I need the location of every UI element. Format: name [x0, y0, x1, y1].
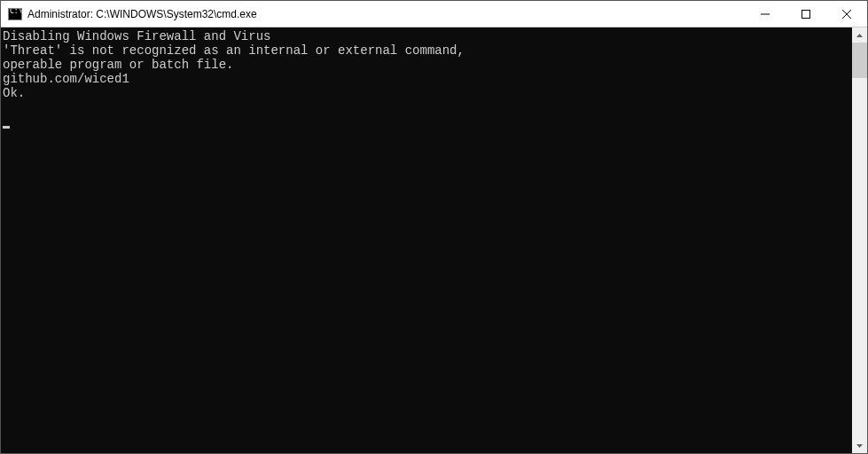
titlebar[interactable]: C:\ Administrator: C:\WINDOWS\System32\c… [1, 1, 867, 27]
console-output[interactable]: Disabling Windows Firewall and Virus'Thr… [1, 27, 852, 453]
console-line: operable program or batch file. [3, 58, 852, 72]
cmd-icon: C:\ [8, 7, 22, 21]
vertical-scrollbar[interactable] [852, 27, 867, 453]
chevron-up-icon [856, 34, 863, 37]
minimize-button[interactable] [745, 1, 786, 27]
scroll-track[interactable] [852, 43, 867, 438]
minimize-icon [761, 10, 770, 19]
maximize-icon [802, 10, 810, 19]
scroll-up-button[interactable] [852, 27, 867, 43]
cmd-window: C:\ Administrator: C:\WINDOWS\System32\c… [0, 0, 868, 454]
window-title: Administrator: C:\WINDOWS\System32\cmd.e… [27, 8, 745, 20]
console-line: github.com/wiced1 [3, 72, 852, 86]
close-button[interactable] [826, 1, 867, 27]
console-line [3, 100, 852, 114]
scroll-down-button[interactable] [852, 438, 867, 453]
console-body: Disabling Windows Firewall and Virus'Thr… [1, 27, 867, 453]
maximize-button[interactable] [786, 1, 826, 27]
scroll-thumb[interactable] [852, 43, 867, 78]
cursor [3, 114, 852, 129]
console-line: 'Threat' is not recognized as an interna… [3, 43, 852, 58]
console-line: Ok. [3, 86, 852, 100]
svg-rect-1 [802, 10, 810, 18]
chevron-down-icon [856, 444, 863, 448]
console-line: Disabling Windows Firewall and Virus [3, 29, 852, 43]
caption-buttons [745, 1, 867, 27]
close-icon [842, 10, 851, 19]
